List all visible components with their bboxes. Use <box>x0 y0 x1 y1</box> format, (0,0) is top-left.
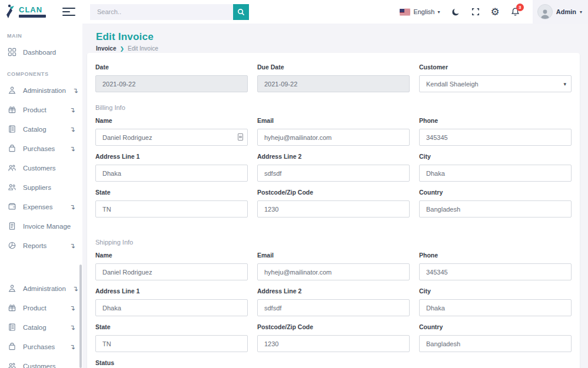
main-content: Edit Invoice Invoice ❯ Edit Invoice Date… <box>82 24 588 368</box>
search-input[interactable] <box>90 4 233 20</box>
sidebar-item-expenses[interactable]: Expenses↴ <box>0 197 82 216</box>
address-line-2-label: Address Line 2 <box>257 153 410 160</box>
email-input[interactable] <box>257 263 410 280</box>
language-selector[interactable]: English ▾ <box>400 8 440 15</box>
email-input[interactable] <box>257 129 410 146</box>
postcode-zip-code-input[interactable] <box>257 335 410 352</box>
sidebar-toggle-hamburger-icon[interactable] <box>62 5 75 18</box>
admin-menu[interactable]: Admin ▾ <box>533 0 588 24</box>
purchases-icon <box>7 342 16 352</box>
administration-icon <box>7 86 16 95</box>
sidebar-item-administration[interactable]: Administration↴ <box>0 81 82 100</box>
sidebar-item-catalog[interactable]: Catalog↴ <box>0 119 82 139</box>
sidebar-item-label: Catalog <box>23 126 46 133</box>
submenu-arrow-icon: ↴ <box>69 125 75 133</box>
breadcrumb-invoice[interactable]: Invoice <box>96 45 116 52</box>
settings-gear-icon[interactable]: ⚙ <box>491 7 500 17</box>
sidebar-item-label: Purchases <box>23 343 55 350</box>
brand-logo[interactable]: CLAN <box>5 4 46 19</box>
sidebar-item-reports[interactable]: Reports↴ <box>0 236 82 255</box>
phone-label: Phone <box>419 117 572 124</box>
sidebar-item-catalog[interactable]: Catalog↴ <box>0 317 82 337</box>
invoice-icon <box>7 222 16 231</box>
phone-input[interactable] <box>419 129 572 146</box>
city-input[interactable] <box>419 299 572 316</box>
submenu-arrow-icon: ↴ <box>69 343 75 351</box>
sidebar-item-label: Dashboard <box>23 49 56 56</box>
shipping-info-section-label: Shipping Info <box>95 239 572 246</box>
sidebar-item-dashboard[interactable]: Dashboard <box>0 42 82 62</box>
postcode-zip-code-label: Postcode/Zip Code <box>257 189 410 196</box>
notifications-bell[interactable]: 3 <box>511 7 520 16</box>
state-input[interactable] <box>95 335 248 352</box>
suppliers-icon <box>7 183 16 192</box>
state-input[interactable] <box>95 200 248 218</box>
sidebar-item-purchases[interactable]: Purchases↴ <box>0 337 82 356</box>
breadcrumb: Invoice ❯ Edit Invoice <box>96 45 588 52</box>
country-input[interactable] <box>419 335 572 352</box>
submenu-arrow-icon: ↴ <box>72 285 78 293</box>
date-input[interactable] <box>95 75 248 92</box>
name-label: Name <box>95 117 248 124</box>
postcode-zip-code-input[interactable] <box>257 200 410 218</box>
admin-label: Admin <box>556 8 576 15</box>
dashboard-icon <box>7 48 16 57</box>
sidebar-item-label: Expenses <box>23 203 53 210</box>
date-label: Date <box>95 63 248 71</box>
address-line-2-input[interactable] <box>257 165 410 182</box>
breadcrumb-separator-icon: ❯ <box>119 46 124 52</box>
sidebar-item-customers[interactable]: Customers <box>0 356 82 368</box>
sidebar-item-invoice-manage[interactable]: Invoice Manage <box>0 216 82 236</box>
runner-logo-icon <box>5 4 18 19</box>
customer-select-value: Kendall Shaeleigh <box>419 75 572 92</box>
contact-autofill-icon[interactable] <box>238 133 243 140</box>
edit-invoice-form: DateDue DateCustomerKendall Shaeleigh▾Bi… <box>95 63 572 368</box>
catalog-icon <box>7 323 16 332</box>
submenu-arrow-icon: ↴ <box>69 145 75 153</box>
phone-input[interactable] <box>419 263 572 280</box>
sidebar-item-suppliers[interactable]: Suppliers <box>0 178 82 197</box>
customer-label: Customer <box>419 63 572 71</box>
customers-icon <box>7 362 16 368</box>
fullscreen-icon[interactable] <box>471 8 480 16</box>
sidebar-item-label: Customers <box>23 165 56 172</box>
administration-icon <box>7 284 16 293</box>
chevron-down-icon: ▾ <box>437 9 440 15</box>
sidebar-item-label: Customers <box>23 363 56 368</box>
country-input[interactable] <box>419 200 572 218</box>
sidebar-item-product[interactable]: Product↴ <box>0 298 82 317</box>
product-icon <box>7 303 16 313</box>
postcode-zip-code-label: Postcode/Zip Code <box>257 323 410 330</box>
address-line-2-input[interactable] <box>257 299 410 316</box>
sidebar-item-label: Product <box>23 106 46 113</box>
chevron-down-icon: ▾ <box>580 9 582 15</box>
sidebar: CLAN MAINDashboardCOMPONENTSAdministrati… <box>0 0 82 368</box>
edit-invoice-card: DateDue DateCustomerKendall Shaeleigh▾Bi… <box>87 53 580 368</box>
sidebar-item-customers[interactable]: Customers <box>0 158 82 178</box>
state-label: State <box>95 323 248 330</box>
address-line-1-input[interactable] <box>95 299 248 316</box>
expenses-icon <box>7 202 16 212</box>
address-line-1-input[interactable] <box>95 165 248 182</box>
sidebar-item-product[interactable]: Product↴ <box>0 100 82 119</box>
phone-label: Phone <box>419 252 572 259</box>
country-label: Country <box>419 323 572 330</box>
search-box <box>90 4 249 20</box>
sidebar-scrollbar[interactable] <box>79 265 82 368</box>
search-button[interactable] <box>233 4 249 20</box>
state-label: State <box>95 189 248 196</box>
due-date-input[interactable] <box>257 75 410 92</box>
us-flag-icon <box>400 9 410 15</box>
country-label: Country <box>419 189 572 196</box>
name-input[interactable] <box>95 129 248 146</box>
due-date-label: Due Date <box>257 63 410 71</box>
city-label: City <box>419 153 572 160</box>
name-input[interactable] <box>95 263 248 280</box>
city-input[interactable] <box>419 165 572 182</box>
notification-count-badge: 3 <box>516 4 524 11</box>
sidebar-item-purchases[interactable]: Purchases↴ <box>0 139 82 158</box>
dark-mode-moon-icon[interactable] <box>451 8 460 16</box>
sidebar-item-administration[interactable]: Administration↴ <box>0 279 82 298</box>
customer-select[interactable]: Kendall Shaeleigh▾ <box>419 75 572 92</box>
language-label: English <box>413 8 434 15</box>
